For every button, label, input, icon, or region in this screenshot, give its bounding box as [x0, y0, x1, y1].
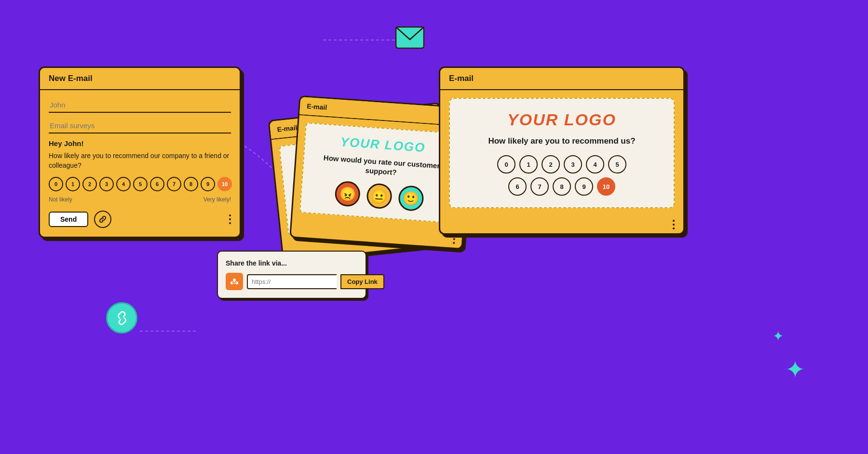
share-popup-row: Copy Link: [226, 273, 358, 290]
svg-rect-1: [396, 27, 424, 48]
right-nps-10[interactable]: 10: [597, 177, 615, 196]
link-circle-icon: [106, 302, 137, 334]
nps-4[interactable]: 4: [116, 177, 131, 191]
dot-g: [673, 220, 675, 222]
right-card-question: How likely are you to recommend us?: [460, 136, 664, 147]
recipient-input[interactable]: [49, 98, 231, 113]
nps-5[interactable]: 5: [133, 177, 148, 191]
nps-10[interactable]: 10: [217, 177, 232, 191]
right-nps-7[interactable]: 7: [530, 177, 549, 196]
right-card-dots[interactable]: [440, 216, 683, 233]
svg-line-8: [232, 282, 234, 283]
emoji-row-front: 😠 😐 🙂: [308, 179, 451, 214]
nps-2[interactable]: 2: [82, 177, 97, 191]
link-icon-button[interactable]: [94, 211, 111, 228]
svg-line-7: [234, 282, 237, 283]
dot-2: [229, 218, 231, 220]
nps-1[interactable]: 1: [66, 177, 80, 191]
dot-f: [453, 242, 455, 244]
dot-1: [229, 214, 231, 216]
left-card-menu-dots[interactable]: [229, 214, 231, 224]
nps-3[interactable]: 3: [99, 177, 114, 191]
dot-i: [673, 227, 675, 229]
svg-point-3: [233, 279, 236, 281]
right-nps-4[interactable]: 4: [586, 155, 604, 174]
middle-front-inner: YOUR LOGO How would you rate our custome…: [299, 122, 462, 224]
nps-6[interactable]: 6: [150, 177, 164, 191]
nps-label-right: Very likely!: [203, 196, 231, 203]
dot-3: [229, 222, 231, 224]
emoji-happy-front[interactable]: 🙂: [398, 185, 425, 212]
left-card-title: New E-mail: [49, 74, 93, 83]
right-nps-9[interactable]: 9: [575, 177, 593, 196]
nps-label-left: Not likely: [49, 196, 72, 203]
right-nps-row1: 0 1 2 3 4 5: [460, 155, 664, 174]
card-left-footer: Send: [49, 211, 231, 228]
copy-link-button[interactable]: Copy Link: [340, 274, 384, 289]
right-nps-8[interactable]: 8: [553, 177, 571, 196]
right-nps-5[interactable]: 5: [608, 155, 626, 174]
share-popup-title: Share the link via...: [226, 259, 358, 267]
right-card-header: E-mail: [440, 68, 683, 90]
nps-7[interactable]: 7: [167, 177, 181, 191]
emoji-sad-front[interactable]: 😠: [334, 181, 361, 208]
right-nps-0[interactable]: 0: [497, 155, 515, 174]
left-card-body: Hey John! How likely are you to recommen…: [40, 90, 240, 237]
envelope-icon: [395, 27, 424, 49]
nps-labels: Not likely Very likely!: [49, 196, 231, 203]
nps-9[interactable]: 9: [201, 177, 215, 191]
sparkle-small-icon: ✦: [773, 330, 784, 343]
right-email-card: E-mail YOUR LOGO How likely are you to r…: [439, 67, 685, 235]
right-card-logo: YOUR LOGO: [460, 110, 664, 129]
right-nps-2[interactable]: 2: [542, 155, 560, 174]
right-nps-6[interactable]: 6: [508, 177, 527, 196]
right-nps-3[interactable]: 3: [564, 155, 582, 174]
nps-question-text: How likely are you to recommend our comp…: [49, 151, 231, 170]
share-link-popup: Share the link via... Copy Link: [217, 251, 366, 299]
right-nps-row2: 6 7 8 9 10: [460, 177, 664, 196]
left-card-header: New E-mail: [40, 68, 240, 90]
emoji-neutral-front[interactable]: 😐: [366, 183, 393, 210]
left-email-card: New E-mail Hey John! How likely are you …: [39, 67, 241, 238]
right-nps-1[interactable]: 1: [519, 155, 538, 174]
dot-e: [453, 238, 455, 240]
send-button[interactable]: Send: [49, 212, 88, 227]
nps-8[interactable]: 8: [184, 177, 198, 191]
right-card-inner: YOUR LOGO How likely are you to recommen…: [449, 98, 675, 208]
sparkle-large-icon: ✦: [785, 358, 805, 382]
hubspot-icon: [226, 273, 243, 290]
nps-0[interactable]: 0: [49, 177, 63, 191]
dot-h: [673, 224, 675, 226]
subject-input[interactable]: [49, 119, 231, 134]
middle-front-question: How would you rate our customer support?: [310, 152, 453, 181]
greeting-text: Hey John!: [49, 139, 231, 147]
share-url-input[interactable]: [247, 274, 337, 289]
right-card-body: YOUR LOGO How likely are you to recommen…: [440, 90, 683, 216]
nps-scale: 0 1 2 3 4 5 6 7 8 9 10: [49, 177, 231, 191]
